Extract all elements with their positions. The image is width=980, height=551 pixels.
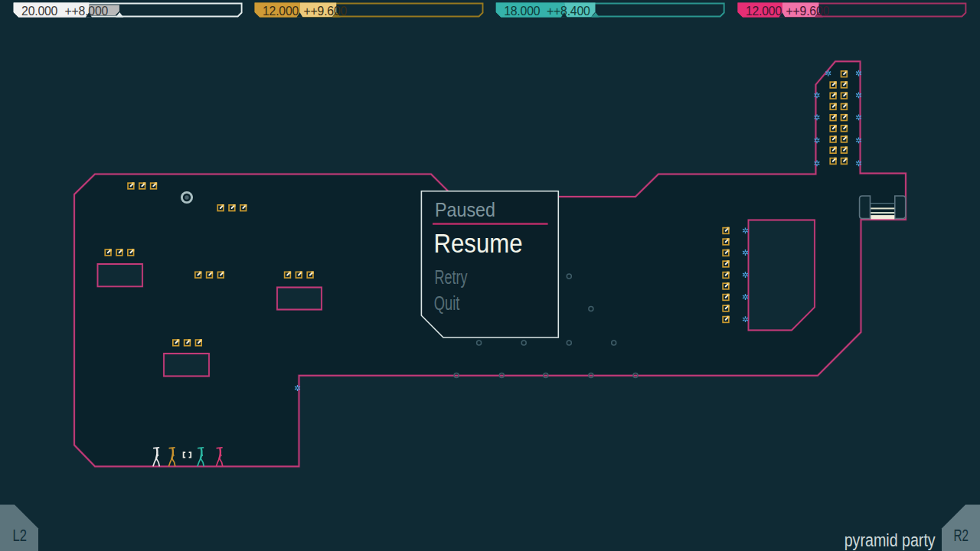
svg-text:Resume: Resume: [434, 229, 523, 258]
svg-text:L2: L2: [13, 527, 28, 545]
svg-text:20.000: 20.000: [21, 5, 58, 18]
svg-text:Paused: Paused: [435, 199, 495, 220]
svg-text:Retry: Retry: [435, 266, 468, 288]
svg-text:++9.600: ++9.600: [786, 5, 830, 18]
svg-text:12.000: 12.000: [263, 5, 299, 18]
svg-text:Quit: Quit: [434, 292, 460, 314]
svg-text:++9.600: ++9.600: [304, 5, 348, 18]
svg-text:pyramid party: pyramid party: [844, 530, 936, 550]
svg-text:++8.400: ++8.400: [547, 5, 590, 18]
svg-text:++8.000: ++8.000: [65, 5, 109, 18]
svg-text:12.000: 12.000: [746, 5, 782, 18]
svg-text:R2: R2: [954, 527, 969, 545]
svg-text:18.000: 18.000: [504, 5, 541, 18]
